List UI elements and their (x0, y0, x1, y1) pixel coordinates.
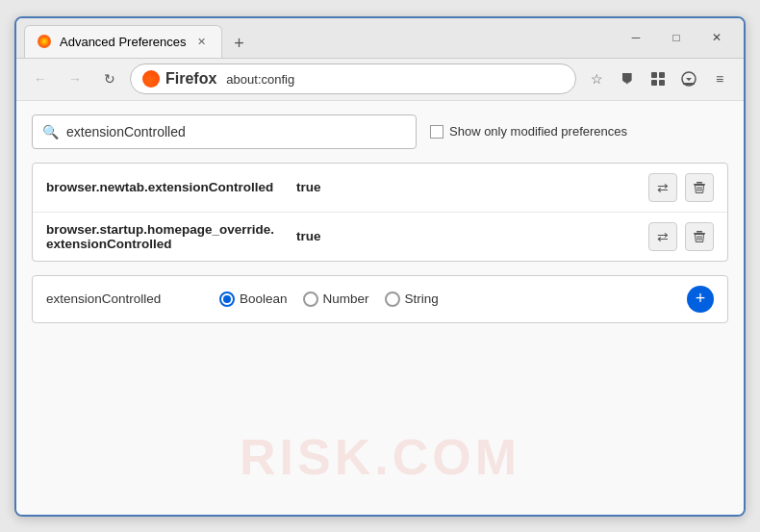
pref-name: browser.startup.homepage_override. exten… (46, 222, 296, 251)
url-text: about:config (226, 72, 294, 87)
tab-close-button[interactable]: ✕ (194, 34, 210, 49)
show-modified-checkbox[interactable] (430, 125, 443, 139)
svg-rect-9 (697, 182, 702, 184)
show-modified-option[interactable]: Show only modified preferences (430, 124, 627, 139)
title-bar: Advanced Preferences ✕ + ─ □ ✕ (16, 18, 744, 59)
pref-value: true (296, 180, 648, 194)
number-label: Number (323, 291, 369, 306)
delete-button[interactable] (685, 173, 714, 202)
shield-icon[interactable]: ⛊ (613, 64, 642, 93)
add-preference-button[interactable]: + (687, 286, 714, 313)
type-radio-group: Boolean Number String (219, 291, 668, 307)
browser-brand-label: Firefox (165, 70, 216, 88)
search-icon: 🔍 (42, 124, 59, 139)
string-option[interactable]: String (385, 291, 439, 307)
row-actions: ⇄ (648, 173, 714, 202)
svg-rect-3 (651, 72, 657, 78)
browser-window: Advanced Preferences ✕ + ─ □ ✕ ← → ↻ Fir… (14, 16, 746, 517)
tab-favicon (37, 34, 52, 49)
maximize-button[interactable]: □ (657, 23, 696, 52)
window-controls: ─ □ ✕ (617, 23, 736, 52)
svg-rect-5 (651, 80, 657, 86)
tab-area: Advanced Preferences ✕ + (24, 18, 617, 58)
search-row: 🔍 extensionControlled Show only modified… (32, 114, 728, 149)
reload-button[interactable]: ↻ (95, 64, 124, 93)
number-option[interactable]: Number (303, 291, 369, 307)
boolean-option[interactable]: Boolean (219, 291, 288, 307)
boolean-radio[interactable] (219, 291, 235, 307)
toggle-button[interactable]: ⇄ (648, 173, 677, 202)
address-bar[interactable]: Firefox about:config (130, 63, 576, 94)
search-box[interactable]: 🔍 extensionControlled (32, 114, 417, 149)
pref-name: browser.newtab.extensionControlled (46, 180, 296, 194)
tab-title: Advanced Preferences (60, 35, 187, 49)
menu-icon[interactable]: ≡ (705, 64, 734, 93)
bookmark-icon[interactable]: ☆ (582, 64, 611, 93)
minimize-button[interactable]: ─ (617, 23, 655, 52)
string-radio[interactable] (385, 291, 400, 307)
results-table: browser.newtab.extensionControlled true … (32, 163, 728, 262)
svg-rect-14 (697, 231, 702, 233)
add-preference-row: extensionControlled Boolean Number Strin… (32, 275, 728, 323)
nav-icon-group: ☆ ⛊ ≡ (582, 64, 734, 93)
table-row: browser.startup.homepage_override. exten… (33, 213, 727, 261)
table-row: browser.newtab.extensionControlled true … (33, 164, 727, 213)
new-tab-button[interactable]: + (226, 31, 253, 58)
forward-button[interactable]: → (61, 64, 89, 93)
string-label: String (405, 291, 439, 306)
extension-icon[interactable] (644, 64, 672, 93)
navigation-bar: ← → ↻ Firefox about:config ☆ ⛊ (16, 59, 744, 101)
close-button[interactable]: ✕ (697, 23, 736, 52)
watermark: RISK.COM (240, 428, 520, 486)
search-input[interactable]: extensionControlled (66, 124, 186, 139)
download-icon[interactable] (674, 64, 703, 93)
active-tab[interactable]: Advanced Preferences ✕ (24, 25, 222, 58)
firefox-logo-icon (142, 70, 160, 88)
svg-rect-6 (659, 80, 665, 86)
svg-point-2 (42, 39, 46, 43)
svg-rect-4 (659, 72, 665, 78)
show-modified-text: Show only modified preferences (449, 124, 627, 139)
number-radio[interactable] (303, 291, 318, 307)
row-actions: ⇄ (648, 222, 714, 251)
delete-button[interactable] (685, 222, 714, 251)
pref-value: true (296, 229, 648, 243)
boolean-label: Boolean (240, 291, 288, 306)
new-pref-name: extensionControlled (46, 291, 200, 306)
toggle-button[interactable]: ⇄ (648, 222, 677, 251)
content-area: RISK.COM 🔍 extensionControlled Show only… (16, 101, 744, 515)
back-button[interactable]: ← (26, 64, 55, 93)
